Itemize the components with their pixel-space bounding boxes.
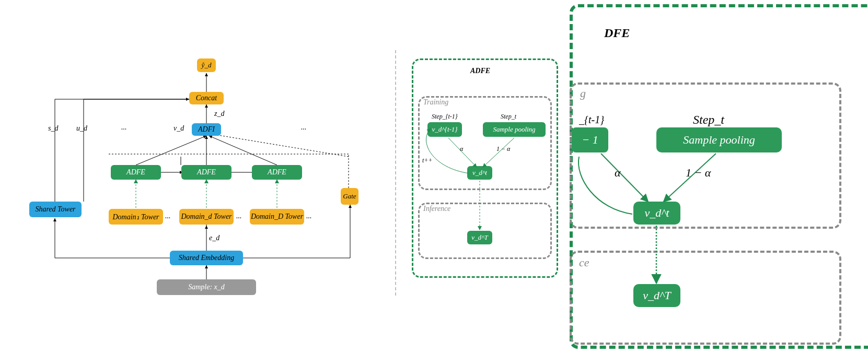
vd-label: v_d <box>173 124 184 133</box>
svg-line-12 <box>136 136 206 165</box>
sample-node: Sample: x_d <box>157 279 256 295</box>
domain-D-tower: Domain_D Tower <box>250 209 304 225</box>
shared-tower: Shared Tower <box>29 202 82 217</box>
mid-arrows <box>412 58 569 288</box>
ed-label: e_d <box>209 234 219 242</box>
diagram-canvas: ŷ_d Concat z_d ADFI s_d u_d v_d ... ... … <box>0 0 868 353</box>
adfe-1: ADFE <box>111 165 161 180</box>
ellipsis-top: ... <box>121 123 127 132</box>
ellipsis-mid-r: ... <box>236 212 242 220</box>
ellipsis-mid-rr: ... <box>306 212 312 220</box>
svg-line-17 <box>209 134 349 157</box>
domain-d-tower: Domain_d Tower <box>179 209 234 225</box>
ellipsis-top-right: ... <box>301 123 307 132</box>
sd-label: s_d <box>48 124 58 133</box>
dfe-alpha: α <box>615 166 621 180</box>
dfe-oneminus: 1 − α <box>686 166 711 180</box>
tpp-label: t++ <box>422 157 433 164</box>
alpha-label: α <box>460 145 463 153</box>
left-arrows <box>0 0 397 313</box>
svg-line-14 <box>209 136 277 165</box>
divider-line <box>395 50 396 296</box>
ellipsis-mid-l: ... <box>165 212 171 220</box>
adfe-d: ADFE <box>181 165 232 180</box>
concat-node: Concat <box>189 92 224 104</box>
adfi-node: ADFI <box>192 123 221 136</box>
adfe-D: ADFE <box>252 165 302 180</box>
gate-node: Gate <box>341 188 358 205</box>
oneminus-label: 1 − α <box>496 145 510 153</box>
shared-embedding: Shared Embedding <box>170 251 243 265</box>
zd-label: z_d <box>214 110 224 118</box>
y-hat-node: ŷ_d <box>197 58 216 72</box>
domain-1-tower: Domain₁ Tower <box>109 209 163 225</box>
ud-label: u_d <box>76 124 87 133</box>
